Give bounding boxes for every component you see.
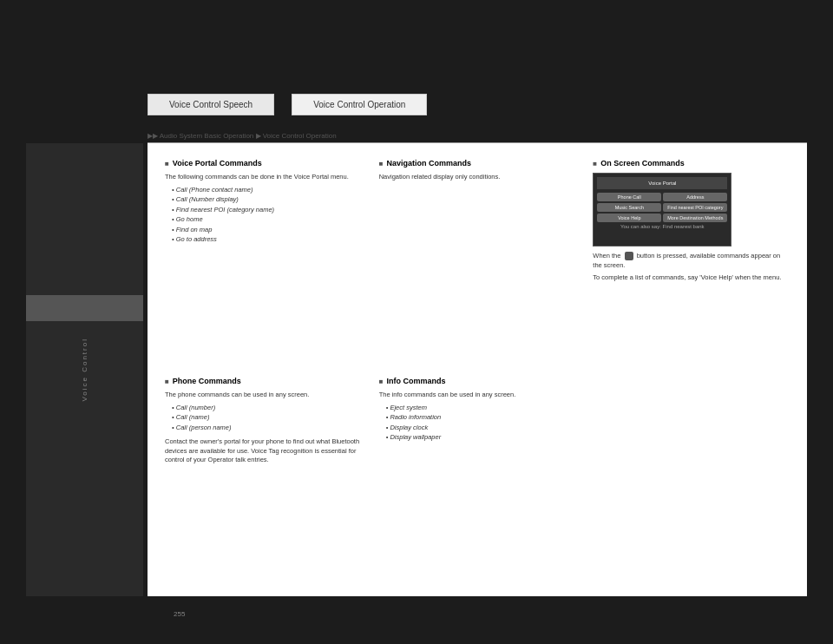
- list-item: Find on map: [172, 226, 362, 235]
- sidebar-label: Voice Control: [81, 338, 89, 402]
- navigation-section: Navigation Commands Navigation related d…: [371, 152, 585, 370]
- list-item: Go to address: [172, 235, 362, 245]
- list-item: Display wallpaper: [386, 433, 576, 443]
- on-screen-btn-dest: More Destination Methods: [663, 214, 727, 222]
- list-item: Call (name): [172, 413, 362, 423]
- on-screen-header: Voice Portal: [597, 177, 727, 189]
- tab-bar: Voice Control Speech Voice Control Opera…: [148, 94, 427, 115]
- navigation-title: Navigation Commands: [379, 159, 576, 168]
- on-screen-note: You can also say: Find nearest bank: [620, 224, 705, 229]
- list-item: Radio information: [386, 413, 576, 423]
- navigation-body: Navigation related display only conditio…: [379, 173, 576, 182]
- on-screen-btn-help: Voice Help: [597, 214, 661, 222]
- info-title: Info Commands: [379, 377, 576, 385]
- on-screen-btn-phone: Phone Call: [597, 193, 661, 201]
- phone-title: Phone Commands: [165, 377, 362, 385]
- page-number: 255: [174, 610, 185, 618]
- on-screen-text1: When the button is pressed, available co…: [593, 252, 790, 270]
- on-screen-mockup: Voice Portal Phone Call Address Music Se…: [593, 173, 731, 246]
- info-list: Eject system Radio information Display c…: [379, 404, 576, 443]
- sidebar-highlight: [26, 295, 143, 321]
- voice-portal-body: The following commands can be done in th…: [165, 173, 362, 245]
- voice-portal-intro: The following commands can be done in th…: [165, 173, 362, 182]
- on-screen-section: On Screen Commands Voice Portal Phone Ca…: [584, 152, 798, 370]
- on-screen-btn-address: Address: [663, 193, 727, 201]
- tab-voice-control-operation[interactable]: Voice Control Operation: [292, 94, 427, 115]
- on-screen-text3: To complete a list of commands, say 'Voi…: [593, 273, 790, 283]
- on-screen-btn-music: Music Search: [597, 203, 661, 212]
- tab-voice-control-speech[interactable]: Voice Control Speech: [148, 94, 274, 115]
- phone-list: Call (number) Call (name) Call (person n…: [165, 404, 362, 433]
- voice-portal-title: Voice Portal Commands: [165, 159, 362, 168]
- empty-cell: [584, 370, 798, 588]
- voice-portal-section: Voice Portal Commands The following comm…: [156, 152, 371, 370]
- info-intro: The info commands can be used in any scr…: [379, 391, 576, 400]
- sidebar: Voice Control: [26, 143, 143, 596]
- voice-portal-list: Call (Phone contact name) Call (Number d…: [165, 186, 362, 245]
- on-screen-title: On Screen Commands: [593, 159, 790, 168]
- list-item: Call (Phone contact name): [172, 186, 362, 195]
- on-screen-button-grid: Phone Call Address Music Search Find nea…: [597, 193, 727, 222]
- on-screen-btn-poi: Find nearest POI category: [663, 203, 727, 212]
- camera-icon: [625, 252, 633, 260]
- phone-body: The phone commands can be used in any sc…: [165, 391, 362, 465]
- phone-intro: The phone commands can be used in any sc…: [165, 391, 362, 400]
- phone-note: Contact the owner's portal for your phon…: [165, 437, 362, 465]
- info-section: Info Commands The info commands can be u…: [371, 370, 585, 588]
- list-item: Find nearest POI (category name): [172, 206, 362, 215]
- list-item: Call (number): [172, 404, 362, 413]
- list-item: Display clock: [386, 424, 576, 433]
- phone-section: Phone Commands The phone commands can be…: [156, 370, 371, 588]
- main-content: Voice Portal Commands The following comm…: [148, 143, 807, 596]
- breadcrumb: ▶▶ Audio System Basic Operation ▶ Voice …: [148, 132, 807, 143]
- list-item: Go home: [172, 215, 362, 225]
- list-item: Call (person name): [172, 424, 362, 433]
- list-item: Eject system: [386, 404, 576, 413]
- info-body: The info commands can be used in any scr…: [379, 391, 576, 443]
- on-screen-body: When the button is pressed, available co…: [593, 252, 790, 283]
- navigation-intro: Navigation related display only conditio…: [379, 173, 576, 182]
- list-item: Call (Number display): [172, 195, 362, 205]
- on-screen-header-text: Voice Portal: [648, 181, 676, 186]
